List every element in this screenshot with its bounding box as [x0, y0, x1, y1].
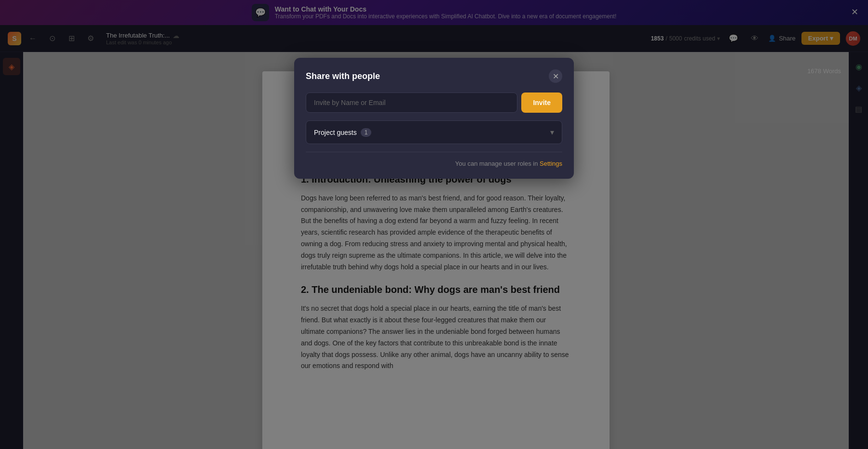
modal-divider [306, 152, 562, 152]
modal-close-button[interactable]: ✕ [549, 69, 562, 83]
modal-title: Share with people [306, 71, 380, 81]
project-guests-label: Project guests [314, 129, 357, 136]
guests-count-badge: 1 [361, 128, 372, 137]
modal-header: Share with people ✕ [306, 69, 562, 83]
project-guests-row[interactable]: Project guests 1 ▾ [306, 120, 562, 144]
project-guests-left: Project guests 1 [314, 128, 371, 137]
manage-roles-text: You can manage user roles in Settings [306, 160, 562, 167]
guests-chevron-icon: ▾ [550, 128, 554, 137]
invite-row: Invite [306, 92, 562, 113]
share-modal: Share with people ✕ Invite Project guest… [294, 58, 574, 179]
invite-input[interactable] [306, 92, 517, 113]
settings-link[interactable]: Settings [540, 160, 562, 167]
modal-overlay: Share with people ✕ Invite Project guest… [0, 0, 868, 449]
invite-button[interactable]: Invite [521, 92, 562, 113]
